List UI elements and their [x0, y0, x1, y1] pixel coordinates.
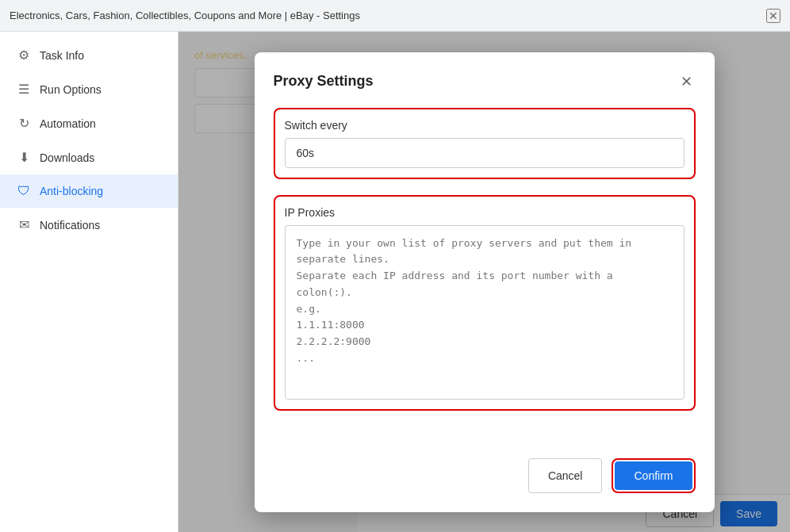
sidebar-label-automation: Automation: [40, 117, 96, 130]
sidebar-item-anti-blocking[interactable]: 🛡 Anti-blocking: [0, 174, 178, 208]
sidebar-item-automation[interactable]: ↻ Automation: [0, 106, 178, 140]
sidebar-label-notifications: Notifications: [40, 219, 100, 232]
sidebar-label-run-options: Run Options: [40, 83, 102, 96]
ip-proxies-label: IP Proxies: [285, 206, 685, 219]
confirm-button[interactable]: Confirm: [615, 461, 692, 490]
browser-chrome: Electronics, Cars, Fashion, Collectibles…: [0, 0, 790, 32]
modal-title: Proxy Settings: [274, 73, 374, 90]
sidebar-label-downloads: Downloads: [40, 151, 94, 164]
modal-backdrop: Proxy Settings ✕ Switch every IP Proxies: [178, 32, 790, 532]
sidebar-label-anti-blocking: Anti-blocking: [40, 185, 103, 197]
sidebar: ⚙ Task Info ☰ Run Options ↻ Automation ⬇…: [0, 32, 178, 532]
switch-every-input[interactable]: [285, 138, 685, 168]
run-options-icon: ☰: [16, 82, 32, 97]
switch-every-label: Switch every: [285, 119, 685, 132]
sidebar-item-notifications[interactable]: ✉ Notifications: [0, 208, 178, 242]
sidebar-item-task-info[interactable]: ⚙ Task Info: [0, 38, 178, 72]
ip-proxies-group: IP Proxies: [285, 206, 685, 400]
browser-tab-title: Electronics, Cars, Fashion, Collectibles…: [10, 10, 760, 21]
modal-footer: Cancel Confirm: [274, 458, 696, 493]
modal-header: Proxy Settings ✕: [274, 71, 696, 92]
main-content: of services. ∨ ∨ Proxy Settings ✕ Switch…: [178, 32, 790, 532]
switch-every-group: Switch every: [285, 119, 685, 168]
proxy-settings-modal: Proxy Settings ✕ Switch every IP Proxies: [255, 52, 715, 512]
sidebar-label-task-info: Task Info: [40, 49, 84, 62]
switch-every-section: Switch every: [274, 108, 696, 179]
app-container: ⚙ Task Info ☰ Run Options ↻ Automation ⬇…: [0, 32, 790, 532]
downloads-icon: ⬇: [16, 150, 32, 165]
sidebar-item-downloads[interactable]: ⬇ Downloads: [0, 140, 178, 174]
cancel-button[interactable]: Cancel: [528, 458, 603, 493]
ip-proxies-textarea[interactable]: [285, 225, 685, 400]
sidebar-item-run-options[interactable]: ☰ Run Options: [0, 72, 178, 106]
automation-icon: ↻: [16, 116, 32, 131]
anti-blocking-icon: 🛡: [16, 184, 32, 198]
ip-proxies-section: IP Proxies: [274, 195, 696, 411]
task-info-icon: ⚙: [16, 48, 32, 63]
browser-close-button[interactable]: ✕: [766, 9, 780, 23]
notifications-icon: ✉: [16, 217, 32, 232]
modal-close-button[interactable]: ✕: [677, 71, 696, 92]
confirm-button-wrapper: Confirm: [612, 458, 695, 493]
